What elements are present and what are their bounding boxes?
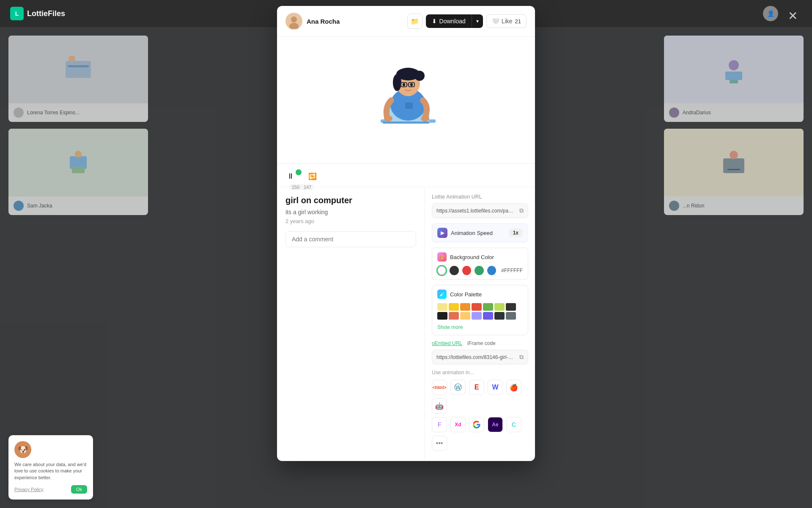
bg-card-thumb-4 [664, 129, 804, 196]
platform-android-button[interactable]: 🤖 [432, 398, 447, 414]
show-more-button[interactable]: Show more [437, 324, 463, 330]
bg-card-3: AndraDarius [664, 36, 804, 122]
lottie-url-label: Lottie Animation URL [432, 194, 528, 200]
platform-icons-row-1: <html> Ⓦ E W 🍎 🤖 [432, 380, 528, 414]
palette-swatch-6[interactable] [494, 303, 505, 311]
close-button[interactable]: ✕ [786, 8, 799, 24]
palette-swatch-9[interactable] [449, 312, 459, 320]
modal-username: Ana Rocha [307, 18, 340, 25]
download-main-button[interactable]: ⬇ Download [426, 14, 472, 28]
bg-right-cards: AndraDarius ...n Ridun [656, 27, 812, 230]
svg-point-1 [69, 55, 75, 62]
download-icon: ⬇ [432, 18, 437, 25]
avatar[interactable]: 👤 [763, 6, 778, 21]
platform-google-button[interactable] [469, 417, 484, 432]
modal-right: Lottie Animation URL https://assets1.lot… [425, 187, 535, 461]
bg-avatar-2 [14, 201, 24, 211]
copy-embed-url-button[interactable]: ⧉ [519, 353, 524, 361]
palette-swatch-13[interactable] [494, 312, 505, 320]
palette-swatch-3[interactable] [460, 303, 470, 311]
modal-user: Ana Rocha [285, 13, 340, 30]
bg-card-4: ...n Ridun [664, 129, 804, 215]
bg-color-section: 🎨 Background Color #FFFFFF [432, 248, 528, 280]
download-label: Download [439, 18, 466, 25]
bg-card-thumb-2 [8, 129, 148, 196]
bg-avatar-4 [669, 201, 679, 211]
cookie-text: We care about your data, and we'd love t… [14, 461, 87, 481]
like-button[interactable]: 🤍 Like 21 [486, 14, 527, 28]
bg-color-header: 🎨 Background Color [437, 252, 523, 262]
modal-actions: 📁 ⬇ Download ▾ 🤍 Like 21 [407, 14, 527, 29]
download-chevron-button[interactable]: ▾ [472, 14, 483, 28]
privacy-policy-link[interactable]: Privacy Policy [14, 487, 43, 492]
palette-swatch-4[interactable] [472, 303, 482, 311]
bg-card-footer-1: Lorena Torres Espino... [8, 103, 148, 122]
swatch-black[interactable] [450, 266, 458, 275]
platform-elementor-button[interactable]: E [469, 380, 484, 395]
svg-point-25 [414, 71, 425, 81]
platform-canva-button[interactable]: C [506, 417, 521, 432]
bg-color-label: Background Color [450, 254, 494, 260]
bg-creator-2: Sam Jacka [27, 203, 52, 209]
palette-swatch-12[interactable] [483, 312, 493, 320]
palette-swatch-2[interactable] [449, 303, 459, 311]
embed-url-field: https://lottiefiles.com/83146-girl-on-co… [432, 350, 528, 364]
loop-button[interactable]: 🔁 [306, 169, 319, 183]
palette-swatch-14[interactable] [506, 312, 516, 320]
color-palette-section: 🖌 Color Palette [432, 285, 528, 335]
embed-url-text: https://lottiefiles.com/83146-girl-on-co… [436, 354, 516, 360]
embed-tabs: oEmbed URL iFrame code [432, 340, 528, 346]
iframe-code-tab[interactable]: iFrame code [467, 340, 496, 346]
lottie-url-text: https://assets1.lottiefiles.com/packages… [436, 208, 516, 214]
palette-header: 🖌 Color Palette [437, 290, 523, 299]
palette-swatch-1[interactable] [437, 303, 447, 311]
platform-webflow-button[interactable]: W [488, 380, 503, 395]
swatch-red[interactable] [462, 266, 471, 275]
platform-html-button[interactable]: <html> [432, 380, 447, 395]
bg-card-thumb-1 [8, 36, 148, 103]
color-hex-value: #FFFFFF [501, 268, 523, 273]
girl-illustration [359, 58, 453, 143]
svg-point-29 [403, 83, 405, 86]
palette-swatch-11[interactable] [472, 312, 482, 320]
platform-xd-button[interactable]: Xd [450, 417, 466, 432]
platform-ae-button[interactable]: Ae [488, 417, 503, 432]
bg-avatar-3 [669, 108, 679, 118]
copy-lottie-url-button[interactable]: ⧉ [519, 207, 524, 214]
modal-left: girl on computer its a girl working 2 ye… [277, 187, 425, 461]
frame-end-label: 150 [290, 184, 302, 190]
like-count: 21 [515, 18, 521, 25]
bg-left-cards: Lorena Torres Espino... Sam Jacka [0, 27, 156, 230]
cookie-ok-button[interactable]: Ok [71, 485, 87, 494]
heart-icon: 🤍 [492, 18, 499, 25]
palette-swatch-8[interactable] [437, 312, 447, 320]
palette-swatch-5[interactable] [483, 303, 493, 311]
palette-swatch-7[interactable] [506, 303, 516, 311]
svg-point-6 [729, 60, 739, 70]
platform-figma-button[interactable]: F [432, 417, 447, 432]
platform-wordpress-button[interactable]: Ⓦ [450, 380, 466, 395]
animation-title: girl on computer [285, 196, 416, 205]
logo[interactable]: L LottieFiles [10, 7, 65, 20]
platform-apple-button[interactable]: 🍎 [506, 380, 521, 395]
bg-color-icon: 🎨 [437, 252, 447, 262]
platform-more-button[interactable]: ••• [432, 436, 447, 451]
modal-avatar [285, 13, 302, 30]
swatch-green[interactable] [475, 266, 483, 275]
comment-input[interactable] [285, 231, 416, 247]
lottie-url-field: https://assets1.lottiefiles.com/packages… [432, 203, 528, 218]
swatch-blue[interactable] [487, 266, 496, 275]
oembed-url-tab[interactable]: oEmbed URL [432, 340, 462, 346]
palette-swatch-10[interactable] [460, 312, 470, 320]
folder-button[interactable]: 📁 [407, 14, 422, 29]
swatch-white[interactable] [437, 266, 446, 275]
bg-card-2: Sam Jacka [8, 129, 148, 215]
modal-header: Ana Rocha 📁 ⬇ Download ▾ 🤍 Like 21 [277, 6, 535, 37]
controls-row: ⏸ 147 150 🔁 [284, 168, 528, 184]
platform-icons-row-2: F Xd Ae C ••• [432, 417, 528, 451]
svg-rect-2 [68, 65, 89, 67]
svg-point-13 [291, 17, 297, 22]
svg-rect-7 [725, 72, 742, 80]
svg-rect-11 [727, 169, 740, 170]
palette-colors [437, 303, 523, 320]
